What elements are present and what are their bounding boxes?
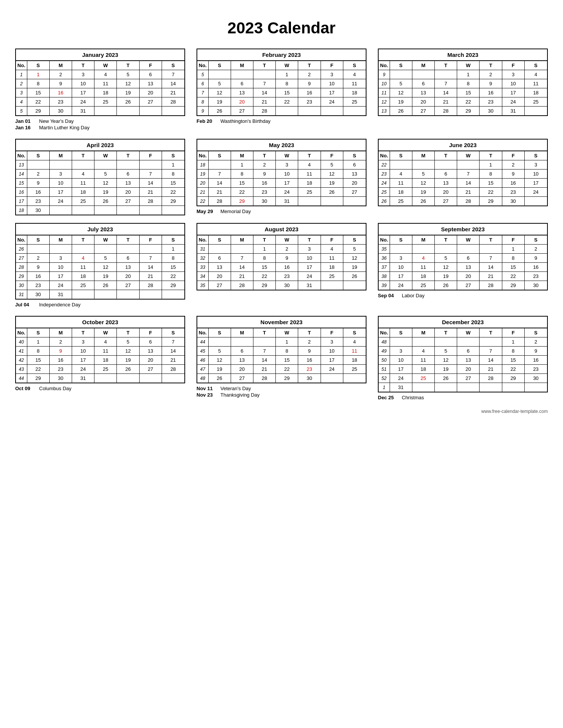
- day-header-T: T: [117, 235, 139, 245]
- holiday-date: Sep 04: [378, 293, 399, 298]
- cal-cell: 4: [524, 70, 547, 79]
- day-header-M: M: [49, 61, 72, 70]
- holiday-date: May 29: [197, 209, 217, 214]
- cal-cell: 2: [524, 337, 547, 347]
- cal-cell: 39: [378, 281, 390, 290]
- cal-cell: 31: [16, 290, 27, 300]
- cal-cell: 26: [117, 365, 139, 374]
- cal-cell: 1: [480, 160, 502, 169]
- cal-cell: 22: [480, 188, 502, 197]
- day-header-M: M: [49, 151, 72, 160]
- cal-cell: 29: [502, 281, 524, 290]
- cal-cell: 28: [253, 107, 275, 116]
- holiday-name: Independence Day: [39, 302, 80, 308]
- cal-cell: 10: [298, 254, 321, 263]
- cal-cell: 27: [231, 374, 253, 383]
- cal-cell: 10: [390, 356, 412, 365]
- cal-cell: 2: [49, 70, 72, 79]
- day-header-S: S: [343, 61, 366, 70]
- cal-cell: 26: [117, 97, 139, 107]
- cal-cell: 20: [343, 179, 366, 188]
- cal-cell: [49, 160, 72, 169]
- cal-cell: 28: [139, 197, 162, 206]
- day-header-T: T: [72, 61, 94, 70]
- cal-cell: 31: [390, 383, 412, 392]
- cal-cell: 14: [480, 263, 502, 272]
- day-header-M: M: [412, 61, 434, 70]
- cal-cell: [480, 383, 502, 392]
- cal-cell: 9: [253, 169, 275, 179]
- month-name: December 2023: [378, 316, 547, 328]
- day-header-T: T: [480, 328, 502, 337]
- cal-cell: [94, 206, 117, 215]
- cal-cell: 24: [390, 374, 412, 383]
- cal-cell: 18: [390, 188, 412, 197]
- day-header-S: S: [27, 235, 49, 245]
- day-header-T: T: [117, 151, 139, 160]
- cal-cell: 7: [253, 347, 275, 356]
- cal-cell: 31: [276, 197, 298, 206]
- cal-cell: [208, 245, 231, 254]
- cal-cell: 30: [27, 290, 49, 300]
- cal-cell: 30: [16, 281, 27, 290]
- cal-cell: 20: [457, 272, 480, 281]
- month-name: September 2023: [378, 223, 547, 235]
- cal-cell: 4: [412, 347, 434, 356]
- cal-cell: 5: [390, 79, 412, 88]
- cal-cell: 11: [298, 169, 321, 179]
- cal-cell: 17: [321, 356, 343, 365]
- cal-cell: [434, 383, 457, 392]
- cal-cell: [457, 337, 480, 347]
- cal-cell: 12: [117, 347, 139, 356]
- day-header-No.: No.: [16, 328, 27, 337]
- cal-cell: 29: [480, 197, 502, 206]
- cal-cell: [343, 197, 366, 206]
- day-header-S: S: [524, 151, 547, 160]
- cal-cell: 51: [378, 365, 390, 374]
- cal-cell: [117, 160, 139, 169]
- month-block-12: December 2023No.SMTWTFS48124934567895010…: [378, 316, 548, 401]
- cal-cell: [412, 383, 434, 392]
- cal-cell: 13: [139, 79, 162, 88]
- cal-cell: 22: [457, 97, 480, 107]
- day-header-W: W: [276, 328, 298, 337]
- day-header-T: T: [434, 61, 457, 70]
- cal-cell: [434, 70, 457, 79]
- cal-cell: 7: [197, 88, 208, 97]
- day-header-W: W: [457, 235, 480, 245]
- cal-cell: 12: [434, 356, 457, 365]
- cal-cell: [139, 245, 162, 254]
- day-header-T: T: [298, 151, 321, 160]
- cal-cell: 5: [16, 107, 27, 116]
- cal-cell: 18: [524, 88, 547, 97]
- cal-cell: 14: [139, 263, 162, 272]
- cal-cell: 16: [298, 356, 321, 365]
- cal-cell: 9: [298, 79, 321, 88]
- cal-cell: 20: [231, 97, 253, 107]
- cal-cell: 24: [390, 281, 412, 290]
- cal-cell: 7: [253, 79, 275, 88]
- cal-cell: 21: [162, 356, 185, 365]
- cal-cell: 24: [276, 188, 298, 197]
- cal-cell: [231, 245, 253, 254]
- cal-cell: 19: [434, 365, 457, 374]
- cal-cell: 28: [480, 374, 502, 383]
- cal-cell: 13: [231, 356, 253, 365]
- day-header-No.: No.: [197, 151, 208, 160]
- cal-cell: 20: [197, 179, 208, 188]
- month-name: May 2023: [197, 139, 366, 151]
- cal-cell: 12: [390, 88, 412, 97]
- cal-cell: 10: [321, 347, 343, 356]
- holiday-name: Wasthington's Birthday: [220, 118, 270, 124]
- cal-cell: 20: [139, 88, 162, 97]
- holiday-date: Feb 20: [197, 118, 217, 124]
- cal-cell: 24: [321, 365, 343, 374]
- cal-cell: [27, 245, 49, 254]
- cal-cell: 15: [27, 356, 49, 365]
- cal-cell: 1: [16, 70, 27, 79]
- day-header-S: S: [390, 151, 412, 160]
- day-header-W: W: [457, 151, 480, 160]
- cal-cell: 40: [16, 337, 27, 347]
- calendar-table-6: June 2023No.SMTWTFS221232345678910241112…: [378, 139, 548, 206]
- cal-cell: 23: [49, 97, 72, 107]
